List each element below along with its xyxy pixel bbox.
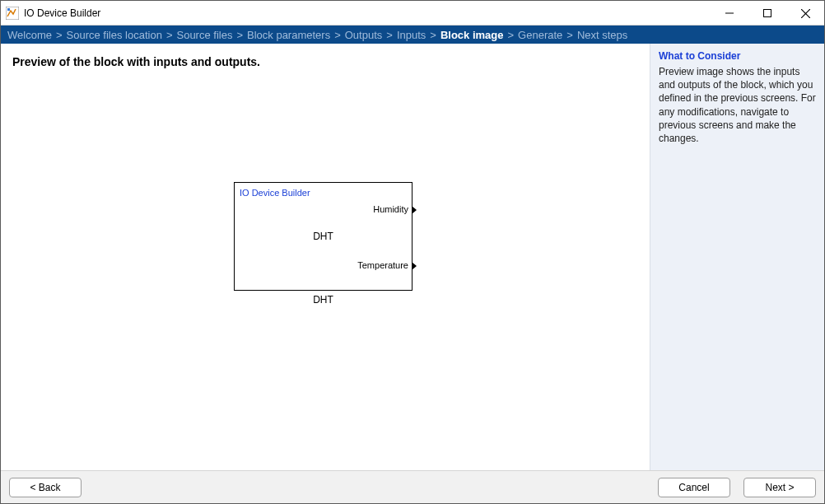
chevron-right-icon: > <box>382 29 397 41</box>
chevron-right-icon: > <box>426 29 440 41</box>
content-body: Preview of the block with inputs and out… <box>1 44 824 470</box>
block-box: IO Device Builder DHT Humidity Temperatu… <box>234 182 412 291</box>
crumb-source-files[interactable]: Source files <box>176 29 232 41</box>
block-center-text: DHT <box>313 231 333 242</box>
minimize-button[interactable] <box>711 1 748 26</box>
main-panel: Preview of the block with inputs and out… <box>1 44 650 470</box>
app-icon <box>6 7 19 20</box>
output-port-icon <box>412 206 417 214</box>
crumb-next-steps[interactable]: Next steps <box>577 29 627 41</box>
crumb-block-parameters[interactable]: Block parameters <box>247 29 330 41</box>
chevron-right-icon: > <box>232 29 247 41</box>
crumb-outputs[interactable]: Outputs <box>345 29 383 41</box>
crumb-generate[interactable]: Generate <box>518 29 562 41</box>
breadcrumb: Welcome > Source files location > Source… <box>1 26 824 44</box>
block-caption: DHT <box>234 294 412 306</box>
app-window: IO Device Builder Welcome > Source files… <box>0 0 825 504</box>
chevron-right-icon: > <box>162 29 177 41</box>
page-heading: Preview of the block with inputs and out… <box>12 55 638 68</box>
crumb-source-files-location[interactable]: Source files location <box>67 29 162 41</box>
back-button[interactable]: < Back <box>9 478 82 497</box>
titlebar: IO Device Builder <box>1 1 824 26</box>
next-button[interactable]: Next > <box>743 478 816 497</box>
crumb-welcome[interactable]: Welcome <box>7 29 52 41</box>
sidebar-text: Preview image shows the inputs and outpu… <box>659 65 816 145</box>
block-title: IO Device Builder <box>240 188 310 198</box>
footer-bar: < Back Cancel Next > <box>1 470 824 503</box>
block-port-label: Temperature <box>357 260 408 270</box>
chevron-right-icon: > <box>562 29 577 41</box>
maximize-button[interactable] <box>748 1 786 26</box>
window-controls <box>711 1 824 25</box>
crumb-block-image[interactable]: Block image <box>440 29 504 41</box>
window-title: IO Device Builder <box>24 7 711 19</box>
svg-rect-1 <box>7 8 10 11</box>
chevron-right-icon: > <box>52 29 67 41</box>
sidebar-panel: What to Consider Preview image shows the… <box>650 44 824 470</box>
block-preview: IO Device Builder DHT Humidity Temperatu… <box>234 182 412 306</box>
block-port-label: Humidity <box>373 204 408 214</box>
chevron-right-icon: > <box>503 29 518 41</box>
chevron-right-icon: > <box>330 29 345 41</box>
crumb-inputs[interactable]: Inputs <box>397 29 426 41</box>
cancel-button[interactable]: Cancel <box>658 478 730 497</box>
output-port-icon <box>412 262 417 270</box>
sidebar-title: What to Consider <box>659 50 816 62</box>
close-button[interactable] <box>786 1 824 26</box>
svg-rect-3 <box>764 10 771 17</box>
